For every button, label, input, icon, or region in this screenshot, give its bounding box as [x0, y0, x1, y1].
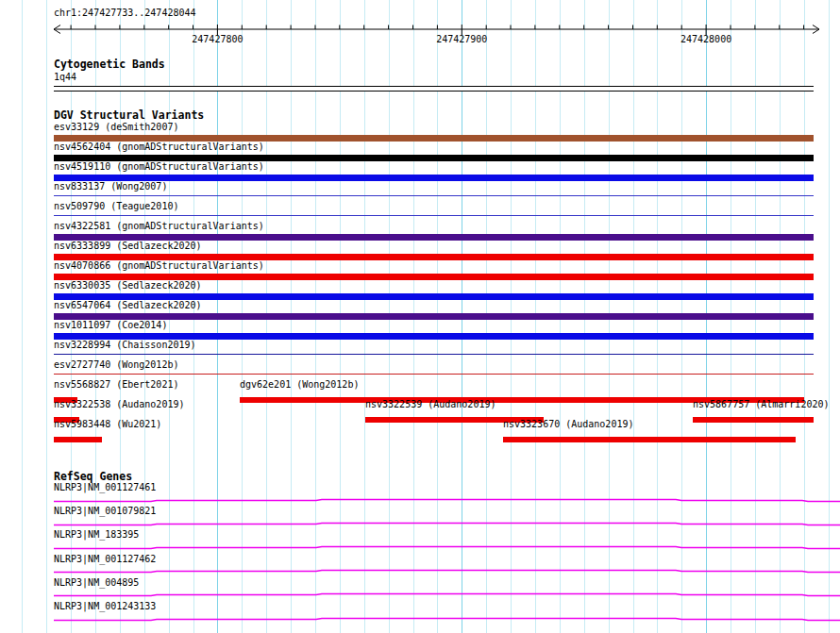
ruler-tick-label: 247427900	[436, 34, 487, 44]
variant-bar[interactable]	[54, 175, 814, 181]
variant-label[interactable]: nsv5867757 (Almarri2020)	[693, 399, 830, 410]
ruler-tick-label: 247428000	[680, 34, 731, 44]
variant-bar[interactable]	[54, 333, 814, 340]
cytoband-glyph[interactable]	[54, 86, 814, 92]
variant-label[interactable]: nsv4519110 (gnomADStructuralVariants)	[54, 161, 264, 173]
grid-line-minor	[22, 0, 23, 633]
section-header-cytobands: Cytogenetic Bands	[54, 58, 165, 71]
variant-label[interactable]: esv2727740 (Wong2012b)	[54, 359, 178, 371]
gene-line[interactable]	[0, 498, 840, 505]
variant-line[interactable]	[54, 354, 814, 356]
variant-bar[interactable]	[54, 293, 814, 300]
variant-bar[interactable]	[54, 234, 814, 241]
grid-line-minor	[829, 0, 830, 633]
gene-label[interactable]: NLRP3|NM_183395	[54, 529, 139, 541]
genome-browser-panel: chr1:247427733..247428044 24742780024742…	[0, 0, 840, 633]
cytoband-label[interactable]: 1q44	[54, 72, 76, 83]
variant-label[interactable]: nsv4070866 (gnomADStructuralVariants)	[54, 260, 264, 272]
gene-label[interactable]: NLRP3|NM_001127462	[54, 554, 156, 565]
variant-bar[interactable]	[54, 135, 814, 142]
variant-line[interactable]	[54, 215, 814, 217]
gene-line[interactable]	[0, 545, 840, 552]
gene-label[interactable]: NLRP3|NM_001079821	[54, 506, 156, 517]
variant-bar[interactable]	[503, 437, 796, 442]
variant-label[interactable]: nsv5983448 (Wu2021)	[54, 419, 161, 430]
variant-bar[interactable]	[54, 437, 102, 442]
variant-label[interactable]: nsv5568827 (Ebert2021)	[54, 379, 178, 391]
section-header-dgv: DGV Structural Variants	[54, 109, 204, 122]
variant-label[interactable]: nsv3323670 (Audano2019)	[503, 419, 633, 430]
variant-bar[interactable]	[693, 417, 814, 423]
gene-label[interactable]: NLRP3|NM_004895	[54, 577, 139, 589]
gene-label[interactable]: NLRP3|NM_001127461	[54, 482, 156, 493]
variant-line[interactable]	[54, 374, 814, 375]
variant-bar[interactable]	[54, 254, 814, 260]
variant-label[interactable]: nsv3228994 (Chaisson2019)	[54, 340, 196, 351]
variant-label[interactable]: nsv6330035 (Sedlazeck2020)	[54, 280, 202, 292]
variant-label[interactable]: nsv6547064 (Sedlazeck2020)	[54, 300, 202, 311]
variant-bar[interactable]	[54, 274, 814, 280]
gene-line[interactable]	[0, 592, 840, 599]
gene-line[interactable]	[0, 522, 840, 528]
variant-line[interactable]	[54, 195, 814, 197]
variant-label[interactable]: nsv4322581 (gnomADStructuralVariants)	[54, 221, 264, 232]
variant-label[interactable]: nsv1011097 (Coe2014)	[54, 320, 167, 331]
variant-label[interactable]: esv33129 (deSmith2007)	[54, 122, 178, 133]
variant-bar[interactable]	[54, 155, 814, 161]
variant-label[interactable]: nsv3322538 (Audano2019)	[54, 399, 184, 410]
gene-line[interactable]	[0, 617, 840, 624]
gene-line[interactable]	[0, 569, 840, 575]
variant-label[interactable]: dgv62e201 (Wong2012b)	[240, 379, 359, 391]
ruler-tick-label: 247427800	[192, 34, 243, 44]
gene-label[interactable]: NLRP3|NM_001243133	[54, 601, 156, 612]
grid-line-minor	[46, 0, 47, 633]
variant-label[interactable]: nsv509790 (Teague2010)	[54, 201, 178, 212]
variant-label[interactable]: nsv3322539 (Audano2019)	[365, 399, 496, 410]
variant-label[interactable]: nsv4562404 (gnomADStructuralVariants)	[54, 142, 264, 153]
variant-label[interactable]: nsv6333899 (Sedlazeck2020)	[54, 241, 202, 252]
variant-bar[interactable]	[54, 313, 814, 320]
variant-label[interactable]: nsv833137 (Wong2007)	[54, 181, 167, 192]
